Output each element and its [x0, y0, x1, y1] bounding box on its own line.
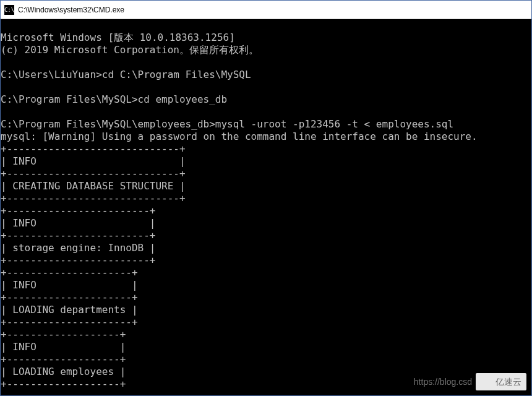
window-title: C:\Windows\system32\CMD.exe — [18, 6, 124, 14]
table-row: | CREATING DATABASE STRUCTURE | — [1, 180, 186, 192]
os-version-line: Microsoft Windows [版本 10.0.18363.1256] — [1, 32, 235, 43]
table-border: +------------------------+ — [1, 254, 155, 266]
cmd-icon-label: C:\ — [4, 7, 14, 13]
table-border: +-------------------+ — [1, 378, 126, 390]
prompt-path: C:\Users\LiuYuan> — [1, 69, 102, 80]
table-header: | INFO | — [1, 217, 155, 229]
watermark: https://blog.csd 亿速云 — [414, 373, 526, 390]
mysql-warning: mysql: [Warning] Using a password on the… — [1, 131, 478, 142]
table-row: | LOADING employees | — [1, 366, 126, 377]
table-border: +------------------------+ — [1, 230, 155, 241]
prompt-command: mysql -uroot -p123456 -t < employees.sql — [215, 118, 453, 130]
cloud-icon — [481, 377, 493, 386]
prompt-path: C:\Program Files\MySQL\employees_db> — [1, 118, 215, 130]
titlebar[interactable]: C:\ C:\Windows\system32\CMD.exe — [1, 1, 531, 19]
table-border: +------------------------+ — [1, 205, 155, 217]
prompt-line-1: C:\Users\LiuYuan>cd C:\Program Files\MyS… — [1, 69, 251, 80]
prompt-path: C:\Program Files\MySQL> — [1, 93, 138, 105]
prompt-command: cd employees_db — [138, 93, 228, 105]
table-border: +-----------------------------+ — [1, 192, 186, 204]
table-header: | INFO | — [1, 155, 186, 167]
table-border: +---------------------+ — [1, 267, 138, 278]
table-row: | LOADING departments | — [1, 304, 138, 316]
copyright-line: (c) 2019 Microsoft Corporation。保留所有权利。 — [1, 44, 259, 56]
watermark-url: https://blog.csd — [414, 376, 472, 388]
table-border: +-----------------------------+ — [1, 143, 186, 155]
prompt-line-2: C:\Program Files\MySQL>cd employees_db — [1, 93, 227, 105]
prompt-line-3: C:\Program Files\MySQL\employees_db>mysq… — [1, 118, 453, 130]
terminal-area[interactable]: Microsoft Windows [版本 10.0.18363.1256] (… — [1, 19, 531, 395]
table-border: +-------------------+ — [1, 353, 126, 365]
table-border: +-----------------------------+ — [1, 168, 186, 179]
table-border: +---------------------+ — [1, 291, 138, 303]
cmd-window: C:\ C:\Windows\system32\CMD.exe Microsof… — [0, 0, 532, 396]
watermark-badge: 亿速云 — [476, 373, 526, 390]
table-row: | storage engine: InnoDB | — [1, 242, 155, 254]
table-header: | INFO | — [1, 341, 126, 353]
table-border: +---------------------+ — [1, 316, 138, 328]
cmd-icon: C:\ — [4, 5, 14, 15]
table-border: +-------------------+ — [1, 329, 126, 340]
table-header: | INFO | — [1, 279, 138, 291]
prompt-command: cd C:\Program Files\MySQL — [102, 69, 251, 80]
watermark-text: 亿速云 — [496, 376, 521, 388]
